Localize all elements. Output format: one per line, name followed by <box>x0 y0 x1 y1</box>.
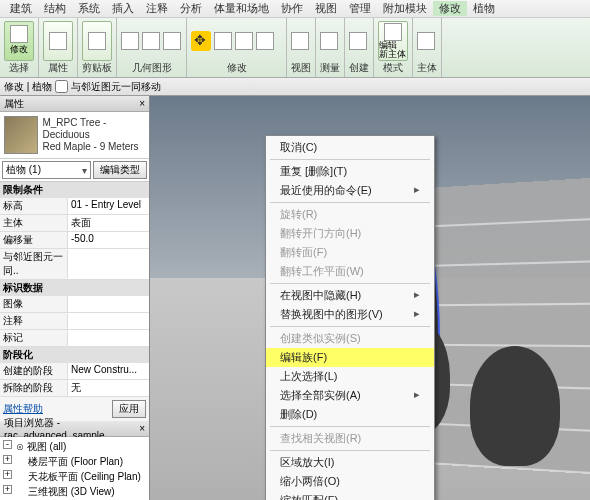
context-menu-item[interactable]: 最近使用的命令(E) <box>266 181 434 200</box>
browser-title: 项目浏览器 - rac_advanced_sample_...× <box>0 421 149 437</box>
context-menu-item: 翻转工作平面(W) <box>266 262 434 281</box>
prop-key: 创建的阶段 <box>0 363 68 379</box>
context-menu-item[interactable]: 缩小两倍(O) <box>266 472 434 491</box>
create-icon[interactable] <box>349 32 367 50</box>
menu-item[interactable]: 分析 <box>174 1 208 16</box>
geom-icon[interactable] <box>121 32 139 50</box>
properties-button[interactable] <box>43 21 73 61</box>
modify-label: 修改 <box>10 43 28 56</box>
context-menu-item[interactable]: 缩放匹配(F) <box>266 491 434 500</box>
prop-row[interactable]: 标记 <box>0 330 149 347</box>
menu-item[interactable]: 系统 <box>72 1 106 16</box>
prop-key: 注释 <box>0 313 68 329</box>
menu-item[interactable]: 附加模块 <box>377 1 433 16</box>
prop-section-header: 阶段化 <box>0 347 149 363</box>
prop-value[interactable]: 表面 <box>68 215 149 231</box>
context-menu-item[interactable]: 编辑族(F) <box>266 348 434 367</box>
group-label-clip: 剪贴板 <box>82 61 112 75</box>
chevron-down-icon: ▾ <box>82 165 87 176</box>
prop-key: 标记 <box>0 330 68 346</box>
prop-row[interactable]: 与邻近图元一同.. <box>0 249 149 280</box>
context-menu: 取消(C)重复 [删除](T)最近使用的命令(E)旋转(R)翻转开门方向(H)翻… <box>265 135 435 500</box>
tree-item[interactable]: +天花板平面 (Ceiling Plan) <box>2 469 147 484</box>
prop-row[interactable]: 创建的阶段New Constru... <box>0 363 149 380</box>
group-label-mode: 模式 <box>378 61 408 75</box>
menu-item[interactable]: 修改 <box>433 1 467 16</box>
context-menu-item[interactable]: 取消(C) <box>266 138 434 157</box>
close-icon[interactable]: × <box>139 98 145 109</box>
modify-button[interactable]: 修改 <box>4 21 34 61</box>
prop-value[interactable] <box>68 249 149 279</box>
host-icon[interactable] <box>417 32 435 50</box>
prop-row[interactable]: 拆除的阶段无 <box>0 380 149 397</box>
prop-value[interactable] <box>68 313 149 329</box>
prop-key: 主体 <box>0 215 68 231</box>
menu-item[interactable]: 管理 <box>343 1 377 16</box>
move-with-nearby-check[interactable] <box>55 80 68 93</box>
prop-value[interactable] <box>68 296 149 312</box>
left-panels: 属性× M_RPC Tree - DeciduousRed Maple - 9 … <box>0 96 150 500</box>
context-menu-item: 翻转开门方向(H) <box>266 224 434 243</box>
prop-row[interactable]: 注释 <box>0 313 149 330</box>
group-label-modify: 修改 <box>191 61 282 75</box>
prop-section-header: 标识数据 <box>0 280 149 296</box>
context-menu-item[interactable]: 重复 [删除](T) <box>266 162 434 181</box>
tree-toggle[interactable]: + <box>3 485 12 494</box>
view-icon[interactable] <box>291 32 309 50</box>
context-menu-item[interactable]: 选择全部实例(A) <box>266 386 434 405</box>
prop-value[interactable]: New Constru... <box>68 363 149 379</box>
context-menu-item: 翻转面(F) <box>266 243 434 262</box>
prop-value[interactable]: 无 <box>68 380 149 396</box>
tree-toggle[interactable]: - <box>3 440 12 449</box>
mod-icon[interactable] <box>256 32 274 50</box>
menu-item[interactable]: 协作 <box>275 1 309 16</box>
group-label-host: 主体 <box>417 61 437 75</box>
instance-combo[interactable]: 植物 (1)▾ <box>2 161 91 179</box>
tree-item[interactable]: +三维视图 (3D View) <box>2 484 147 499</box>
clipboard-button[interactable] <box>82 21 112 61</box>
context-menu-item: 创建类似实例(S) <box>266 329 434 348</box>
properties-grid: 限制条件标高01 - Entry Level主体表面偏移量-50.0与邻近图元一… <box>0 182 149 397</box>
group-label-create: 创建 <box>349 61 369 75</box>
type-thumbnail <box>4 116 38 154</box>
geom-icon[interactable] <box>163 32 181 50</box>
prop-row[interactable]: 偏移量-50.0 <box>0 232 149 249</box>
properties-title: 属性× <box>0 96 149 112</box>
context-menu-item[interactable]: 替换视图中的图形(V) <box>266 305 434 324</box>
prop-value[interactable] <box>68 330 149 346</box>
move-icon[interactable] <box>191 31 211 51</box>
prop-section-header: 限制条件 <box>0 182 149 198</box>
project-browser-tree[interactable]: -⊙ 视图 (all)+楼层平面 (Floor Plan)+天花板平面 (Cei… <box>0 437 149 500</box>
context-menu-item[interactable]: 区域放大(I) <box>266 453 434 472</box>
prop-row[interactable]: 图像 <box>0 296 149 313</box>
menu-item[interactable]: 植物 <box>467 1 501 16</box>
context-menu-item[interactable]: 上次选择(L) <box>266 367 434 386</box>
tree-toggle[interactable]: + <box>3 470 12 479</box>
prop-row[interactable]: 标高01 - Entry Level <box>0 198 149 215</box>
tree-toggle[interactable]: + <box>3 455 12 464</box>
menu-item[interactable]: 建筑 <box>4 1 38 16</box>
prop-key: 标高 <box>0 198 68 214</box>
menu-item[interactable]: 视图 <box>309 1 343 16</box>
menu-item[interactable]: 体量和场地 <box>208 1 275 16</box>
geom-icon[interactable] <box>142 32 160 50</box>
tree-item[interactable]: +楼层平面 (Floor Plan) <box>2 454 147 469</box>
context-menu-item[interactable]: 在视图中隐藏(H) <box>266 286 434 305</box>
properties-help-link[interactable]: 属性帮助 <box>3 402 43 416</box>
edit-host-button[interactable]: 编辑 新主体 <box>378 21 408 61</box>
tree-root[interactable]: -⊙ 视图 (all) <box>2 439 147 454</box>
menu-item[interactable]: 注释 <box>140 1 174 16</box>
context-menu-item[interactable]: 删除(D) <box>266 405 434 424</box>
mod-icon[interactable] <box>214 32 232 50</box>
menubar: 建筑结构系统插入注释分析体量和场地协作视图管理附加模块修改植物 <box>0 0 590 18</box>
prop-value[interactable]: 01 - Entry Level <box>68 198 149 214</box>
measure-icon[interactable] <box>320 32 338 50</box>
prop-value[interactable]: -50.0 <box>68 232 149 248</box>
mod-icon[interactable] <box>235 32 253 50</box>
menu-item[interactable]: 插入 <box>106 1 140 16</box>
edit-type-button[interactable]: 编辑类型 <box>93 161 147 179</box>
options-bar: 修改 | 植物 与邻近图元一同移动 <box>0 78 590 96</box>
close-icon[interactable]: × <box>139 423 145 434</box>
prop-row[interactable]: 主体表面 <box>0 215 149 232</box>
menu-item[interactable]: 结构 <box>38 1 72 16</box>
